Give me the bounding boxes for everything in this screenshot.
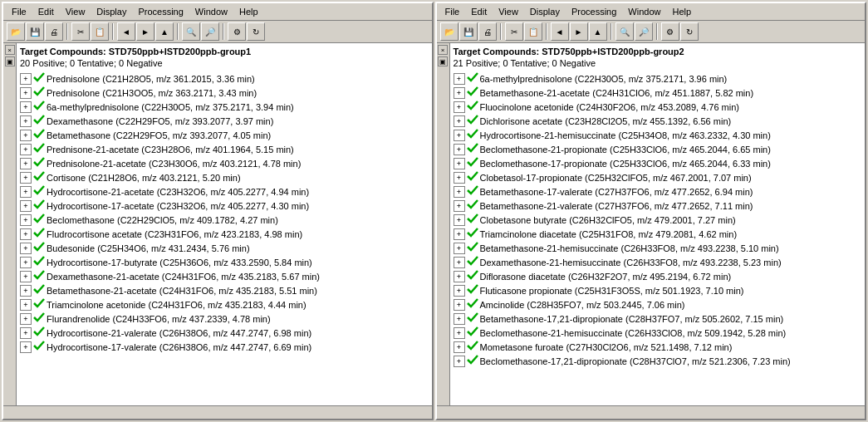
btn-fwd-2[interactable]: ►: [570, 22, 588, 41]
menu-help-1[interactable]: Help: [234, 5, 263, 18]
expand-button[interactable]: +: [454, 186, 465, 198]
btn-back-1[interactable]: ◄: [117, 22, 135, 41]
expand-button[interactable]: +: [20, 214, 32, 226]
expand-button[interactable]: +: [454, 130, 465, 141]
expand-button[interactable]: +: [20, 130, 32, 141]
tree-item[interactable]: +Betamethasone-21-valerate (C27H37FO6, m…: [454, 199, 862, 213]
btn-zoom-out-2[interactable]: 🔎: [635, 22, 653, 41]
tree-item[interactable]: +Beclomethasone-21-hemisuccinate (C26H33…: [454, 326, 862, 340]
menu-file-2[interactable]: File: [440, 5, 465, 18]
btn-print-1[interactable]: 🖨: [45, 22, 63, 41]
tree-item[interactable]: +Hydrocortisone-21-hemisuccinate (C25H34…: [454, 128, 862, 142]
tree-item[interactable]: +Hydrocortisone-17-valerate (C26H38O6, m…: [20, 340, 429, 354]
btn-up-2[interactable]: ▲: [589, 22, 607, 41]
expand-button[interactable]: +: [454, 327, 465, 339]
tree-item[interactable]: +Beclomethasone-17-propionate (C25H33ClO…: [454, 156, 862, 170]
expand-button[interactable]: +: [20, 73, 32, 85]
expand-button[interactable]: +: [454, 73, 465, 85]
btn-print-2[interactable]: 🖨: [478, 22, 497, 41]
expand-button[interactable]: +: [454, 214, 465, 226]
tree-item[interactable]: +Hydrocortisone-17-butyrate (C25H36O6, m…: [20, 255, 429, 269]
tree-item[interactable]: +Beclomethasone-21-propionate (C25H33ClO…: [454, 142, 862, 156]
tree-item[interactable]: +Budesonide (C25H34O6, m/z 431.2434, 5.7…: [20, 241, 429, 255]
expand-button[interactable]: +: [454, 341, 465, 353]
btn-cut-2[interactable]: ✂: [505, 22, 523, 41]
tree-item[interactable]: +Fluticasone propionate (C25H31F3O5S, m/…: [454, 283, 862, 297]
expand-button[interactable]: +: [454, 158, 465, 169]
expand-button[interactable]: +: [20, 172, 32, 184]
menu-display-2[interactable]: Display: [525, 5, 565, 18]
btn-open-2[interactable]: 📂: [440, 22, 459, 41]
expand-button[interactable]: +: [454, 101, 465, 113]
expand-button[interactable]: +: [20, 186, 32, 198]
tree-container-2[interactable]: Target Compounds: STD750ppb+ISTD200ppb-g…: [450, 43, 866, 405]
expand-button[interactable]: +: [20, 200, 32, 212]
menu-file-1[interactable]: File: [7, 5, 32, 18]
tree-container-1[interactable]: Target Compounds: STD750ppb+ISTD200ppb-g…: [17, 43, 432, 405]
tree-item[interactable]: +Prednisolone (C21H28O5, m/z 361.2015, 3…: [20, 71, 429, 86]
tree-item[interactable]: +Betamethasone-21-hemisuccinate (C26H33F…: [454, 241, 862, 255]
tree-item[interactable]: +Cortisone (C21H28O6, m/z 403.2121, 5.20…: [20, 170, 429, 184]
tree-item[interactable]: +Mometasone furoate (C27H30Cl2O6, m/z 52…: [454, 340, 862, 354]
expand-button[interactable]: +: [20, 285, 32, 297]
tree-item[interactable]: +6a-methylprednisolone (C22H30O5, m/z 37…: [454, 71, 862, 86]
expand-button[interactable]: +: [454, 257, 465, 268]
btn-zoom-in-1[interactable]: 🔍: [182, 22, 200, 41]
tree-item[interactable]: +Beclomethasone-17,21-dipropionate (C28H…: [454, 354, 862, 368]
expand-button[interactable]: +: [454, 285, 465, 297]
expand-button[interactable]: +: [454, 313, 465, 325]
btn-settings-2[interactable]: ⚙: [661, 22, 679, 41]
expand-button[interactable]: +: [20, 243, 32, 254]
tree-item[interactable]: +Triamcinolone acetonide (C24H31FO6, m/z…: [20, 297, 429, 312]
tree-item[interactable]: +Fluocinolone acetonide (C24H30F2O6, m/z…: [454, 100, 862, 114]
expand-button[interactable]: +: [454, 144, 465, 155]
tree-item[interactable]: +Beclomethasone (C22H29ClO5, m/z 409.178…: [20, 213, 429, 227]
menu-help-2[interactable]: Help: [667, 5, 696, 18]
tree-item[interactable]: +Betamethasone-21-acetate (C24H31ClO6, m…: [454, 86, 862, 100]
expand-button[interactable]: +: [20, 257, 32, 268]
menu-window-1[interactable]: Window: [190, 5, 233, 18]
expand-button[interactable]: +: [454, 271, 465, 282]
expand-button[interactable]: +: [20, 341, 32, 353]
expand-button[interactable]: +: [20, 271, 32, 282]
btn-zoom-in-2[interactable]: 🔍: [615, 22, 634, 41]
expand-button[interactable]: +: [20, 327, 32, 339]
menu-window-2[interactable]: Window: [623, 5, 665, 18]
expand-button[interactable]: +: [454, 172, 465, 184]
btn-copy-2[interactable]: 📋: [524, 22, 542, 41]
expand-button[interactable]: +: [20, 158, 32, 169]
menu-edit-2[interactable]: Edit: [466, 5, 492, 18]
side-btn-minus-1[interactable]: ▣: [5, 56, 15, 66]
expand-button[interactable]: +: [454, 87, 465, 99]
tree-item[interactable]: +Hydrocortisone-17-acetate (C23H32O6, m/…: [20, 199, 429, 213]
expand-button[interactable]: +: [454, 243, 465, 254]
btn-back-2[interactable]: ◄: [551, 22, 569, 41]
tree-item[interactable]: +Hydrocortisone-21-valerate (C26H38O6, m…: [20, 326, 429, 340]
btn-refresh-1[interactable]: ↻: [247, 22, 265, 41]
menu-processing-2[interactable]: Processing: [566, 5, 621, 18]
menu-view-2[interactable]: View: [493, 5, 523, 18]
btn-refresh-2[interactable]: ↻: [680, 22, 699, 41]
tree-item[interactable]: +Betamethasone-21-acetate (C24H31FO6, m/…: [20, 283, 429, 297]
side-btn-x-2[interactable]: ×: [438, 45, 448, 55]
side-btn-minus-2[interactable]: ▣: [438, 56, 448, 66]
expand-button[interactable]: +: [20, 101, 32, 113]
expand-button[interactable]: +: [454, 356, 465, 367]
expand-button[interactable]: +: [20, 115, 32, 127]
btn-up-1[interactable]: ▲: [155, 22, 174, 41]
tree-item[interactable]: +Hydrocortisone-21-acetate (C23H32O6, m/…: [20, 184, 429, 199]
tree-item[interactable]: +6a-methylprednisolone (C22H30O5, m/z 37…: [20, 100, 429, 114]
menu-processing-1[interactable]: Processing: [133, 5, 188, 18]
tree-item[interactable]: +Dexamethasone (C22H29FO5, m/z 393.2077,…: [20, 114, 429, 128]
tree-item[interactable]: +Betamethasone (C22H29FO5, m/z 393.2077,…: [20, 128, 429, 142]
expand-button[interactable]: +: [454, 228, 465, 240]
tree-item[interactable]: +Dexamethasone-21-acetate (C24H31FO6, m/…: [20, 269, 429, 283]
tree-item[interactable]: +Betamethasone-17,21-dipropionate (C28H3…: [454, 312, 862, 326]
menu-view-1[interactable]: View: [61, 5, 91, 18]
tree-item[interactable]: +Dichlorisone acetate (C23H28Cl2O5, m/z …: [454, 114, 862, 128]
expand-button[interactable]: +: [20, 313, 32, 325]
tree-item[interactable]: +Prednisolone (C21H3OO5, m/z 363.2171, 3…: [20, 86, 429, 100]
tree-item[interactable]: +Diflorasone diacetate (C26H32F2O7, m/z …: [454, 269, 862, 283]
tree-item[interactable]: +Clobetasone butyrate (C26H32ClFO5, m/z …: [454, 213, 862, 227]
tree-item[interactable]: +Flurandrenolide (C24H33FO6, m/z 437.233…: [20, 312, 429, 326]
